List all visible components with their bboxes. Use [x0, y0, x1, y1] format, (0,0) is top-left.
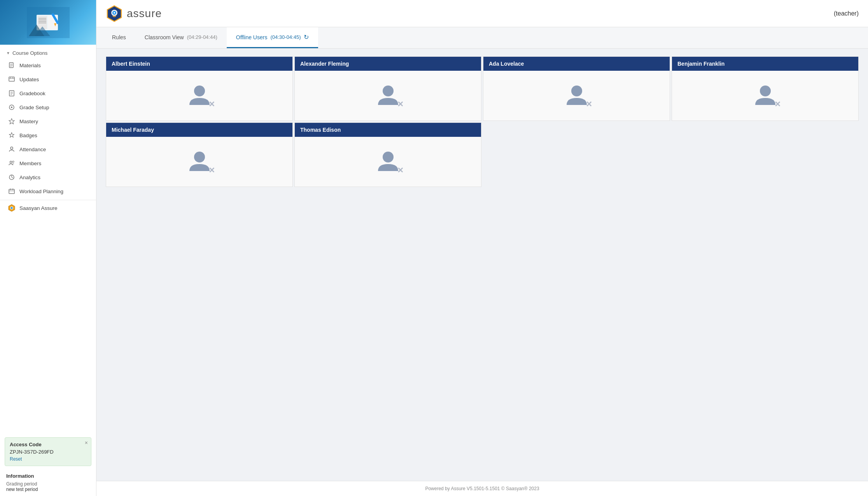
footer: Powered by Assure V5.1501-5.1501 © Saasy…: [96, 481, 868, 496]
sidebar-item-label-members: Members: [19, 161, 41, 166]
student-card-body-5: ✕: [106, 137, 292, 187]
tab-rules[interactable]: Rules: [103, 27, 135, 48]
course-options-arrow: ▼: [6, 51, 10, 55]
access-code-close-button[interactable]: ×: [85, 440, 88, 445]
sidebar-item-mastery[interactable]: Mastery: [0, 114, 96, 128]
student-avatar-container-3: ✕: [564, 82, 589, 109]
sidebar-item-attendance[interactable]: Attendance: [0, 142, 96, 156]
svg-point-49: [194, 152, 205, 162]
sidebar-item-label-materials: Materials: [19, 63, 41, 68]
sidebar-item-saasyan-assure[interactable]: Saasyan Assure: [0, 200, 96, 216]
offline-indicator-5: ✕: [208, 166, 215, 174]
badges-icon: [8, 131, 16, 139]
attendance-icon: [8, 145, 16, 153]
sidebar-item-label-saasyan-assure: Saasyan Assure: [19, 205, 58, 211]
svg-point-47: [571, 86, 582, 96]
sidebar-item-members[interactable]: Members: [0, 156, 96, 170]
mastery-icon: [8, 117, 16, 125]
svg-point-45: [194, 86, 205, 96]
student-card-body-4: ✕: [672, 71, 858, 121]
sidebar-item-label-mastery: Mastery: [19, 119, 38, 124]
sidebar-item-grade-setup[interactable]: Grade Setup: [0, 100, 96, 114]
svg-marker-27: [9, 133, 14, 137]
main-content: assure (teacher) RulesClassroom View(04:…: [96, 0, 868, 496]
tabs-container: RulesClassroom View(04:29-04:44)Offline …: [103, 27, 318, 48]
student-avatar-container-2: ✕: [376, 82, 401, 109]
tabs-bar: RulesClassroom View(04:29-04:44)Offline …: [96, 27, 868, 49]
offline-indicator-2: ✕: [397, 100, 404, 108]
saasyan-assure-icon: [8, 204, 16, 212]
svg-marker-26: [9, 119, 14, 124]
students-grid: Albert Einstein ✕ Alexander Fleming ✕ Ad…: [106, 56, 859, 187]
offline-indicator-1: ✕: [208, 100, 215, 108]
workload-planning-icon: [8, 187, 16, 195]
svg-point-48: [760, 86, 771, 96]
svg-rect-34: [9, 189, 14, 194]
sidebar-item-label-analytics: Analytics: [19, 175, 40, 180]
tab-label-rules: Rules: [112, 34, 126, 40]
student-card-5: Michael Faraday ✕: [106, 122, 293, 187]
access-code-value: ZPJN-3S7D-269FD: [10, 449, 86, 455]
student-card-body-6: ✕: [295, 137, 481, 187]
student-avatar-container-6: ✕: [376, 148, 401, 175]
sidebar-item-materials[interactable]: Materials: [0, 58, 96, 72]
header-illustration: [27, 7, 70, 38]
student-card-3: Ada Lovelace ✕: [483, 56, 670, 121]
gradebook-icon: [8, 89, 16, 97]
svg-point-30: [12, 161, 14, 162]
student-card-1: Albert Einstein ✕: [106, 56, 293, 121]
student-card-6: Thomas Edison ✕: [294, 122, 481, 187]
student-name-3: Ada Lovelace: [483, 57, 670, 71]
svg-point-40: [11, 207, 13, 209]
materials-icon: [8, 61, 16, 69]
tab-time-offline-users: (04:30-04:45): [270, 34, 301, 40]
access-code-box: × Access Code ZPJN-3S7D-269FD Reset: [5, 437, 91, 466]
tab-classroom-view[interactable]: Classroom View(04:29-04:44): [135, 27, 227, 48]
sidebar-item-badges[interactable]: Badges: [0, 128, 96, 142]
access-code-reset-link[interactable]: Reset: [10, 456, 86, 462]
access-code-title: Access Code: [10, 442, 86, 447]
tab-time-classroom-view: (04:29-04:44): [187, 34, 217, 40]
user-label: (teacher): [834, 10, 859, 17]
svg-point-46: [383, 86, 394, 96]
tab-label-offline-users: Offline Users: [236, 34, 268, 40]
sidebar-item-label-gradebook: Gradebook: [19, 91, 46, 96]
grade-setup-icon: [8, 103, 16, 111]
svg-point-50: [383, 152, 394, 162]
student-card-body-2: ✕: [295, 71, 481, 121]
sidebar-items: MaterialsUpdatesGradebookGrade SetupMast…: [0, 58, 96, 216]
student-avatar-container-5: ✕: [187, 148, 212, 175]
content-area: Albert Einstein ✕ Alexander Fleming ✕ Ad…: [96, 49, 868, 481]
analytics-icon: [8, 173, 16, 181]
assure-logo-icon: [106, 5, 123, 22]
sidebar-item-updates[interactable]: Updates: [0, 72, 96, 86]
student-name-2: Alexander Fleming: [295, 57, 481, 71]
student-name-5: Michael Faraday: [106, 123, 292, 137]
svg-rect-16: [9, 77, 14, 81]
tab-offline-users[interactable]: Offline Users(04:30-04:45)↻: [227, 27, 318, 48]
members-icon: [8, 159, 16, 167]
grading-period-label: Grading period: [6, 481, 90, 487]
svg-point-29: [10, 161, 12, 163]
svg-point-28: [10, 147, 13, 149]
student-card-body-1: ✕: [106, 71, 292, 121]
svg-point-25: [11, 107, 12, 108]
topbar: assure (teacher): [96, 0, 868, 27]
information-section: Information Grading period new test peri…: [0, 469, 96, 496]
grading-period-value: new test period: [6, 487, 90, 492]
course-options-label[interactable]: ▼ Course Options: [0, 48, 96, 58]
student-avatar-container-4: ✕: [753, 82, 778, 109]
sidebar-item-workload-planning[interactable]: Workload Planning: [0, 184, 96, 198]
sidebar-item-label-attendance: Attendance: [19, 147, 46, 152]
student-name-4: Benjamin Franklin: [672, 57, 858, 71]
sidebar-item-label-badges: Badges: [19, 133, 37, 138]
refresh-icon[interactable]: ↻: [304, 33, 309, 41]
student-name-6: Thomas Edison: [295, 123, 481, 137]
sidebar-item-label-workload-planning: Workload Planning: [19, 189, 63, 194]
student-name-1: Albert Einstein: [106, 57, 292, 71]
sidebar-item-gradebook[interactable]: Gradebook: [0, 86, 96, 100]
sidebar-nav: ▼ Course Options MaterialsUpdatesGradebo…: [0, 45, 96, 434]
sidebar-item-analytics[interactable]: Analytics: [0, 170, 96, 184]
footer-text: Powered by Assure V5.1501-5.1501 © Saasy…: [425, 486, 539, 491]
offline-indicator-4: ✕: [774, 100, 781, 108]
